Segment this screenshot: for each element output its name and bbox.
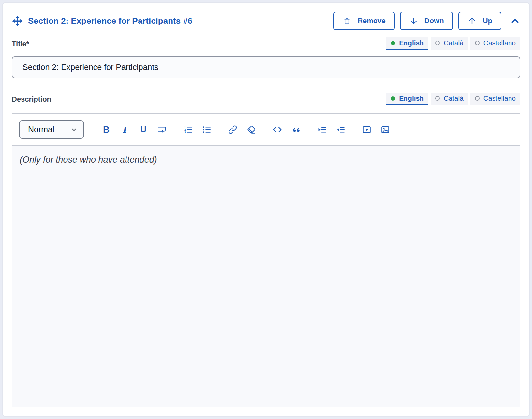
underline-glyph: U — [140, 125, 146, 134]
underline-icon[interactable]: U — [138, 124, 149, 135]
title-field-label: Title* — [12, 40, 29, 50]
title-lang-tab-castellano[interactable]: Castellano — [470, 37, 520, 50]
rich-text-editor: Normal B I U — [12, 113, 520, 407]
unselected-language-circle — [475, 96, 480, 101]
unselected-language-circle — [435, 96, 440, 101]
arrow-up-icon — [467, 16, 477, 25]
remove-button-label: Remove — [358, 17, 386, 25]
toolbar-group-text-format: B I U — [101, 124, 167, 135]
italic-icon[interactable]: I — [120, 124, 130, 135]
selected-language-dot — [391, 41, 395, 45]
arrow-down-icon — [409, 16, 418, 25]
link-icon[interactable] — [228, 124, 238, 135]
move-icon[interactable] — [12, 15, 23, 27]
toolbar-group-indent — [317, 124, 346, 135]
description-lang-tab-catala-label: Català — [444, 94, 464, 102]
toolbar-group-media — [362, 124, 391, 135]
section-header: Section 2: Experience for Participants #… — [12, 12, 520, 30]
remove-button[interactable]: Remove — [333, 12, 395, 30]
move-up-button-label: Up — [483, 17, 492, 25]
move-up-button[interactable]: Up — [458, 12, 501, 30]
title-lang-tab-castellano-label: Castellano — [483, 39, 516, 47]
ordered-list-icon[interactable]: 1 2 3 — [183, 124, 193, 135]
collapse-section-button[interactable] — [510, 16, 520, 26]
trash-icon — [343, 17, 351, 25]
section-editor-card: Section 2: Experience for Participants #… — [2, 2, 530, 417]
section-title-heading: Section 2: Experience for Participants #… — [28, 16, 192, 26]
description-field-label: Description — [12, 95, 51, 105]
code-view-icon[interactable] — [272, 124, 283, 135]
description-lang-tab-catala[interactable]: Català — [431, 93, 468, 105]
paragraph-style-dropdown[interactable]: Normal — [19, 120, 84, 139]
title-lang-tab-english[interactable]: English — [386, 37, 428, 50]
title-lang-tab-catala-label: Català — [444, 39, 464, 47]
toolbar-group-link — [228, 124, 257, 135]
chevron-up-icon — [510, 16, 520, 26]
description-language-selector: English Català Castellano — [386, 93, 520, 105]
toolbar-group-blocks — [272, 124, 301, 135]
move-down-button[interactable]: Down — [400, 12, 453, 30]
title-lang-tab-catala[interactable]: Català — [431, 37, 468, 50]
editor-paragraph: (Only for those who have attended) — [20, 155, 512, 165]
description-lang-tab-castellano[interactable]: Castellano — [470, 93, 520, 105]
clear-formatting-icon[interactable] — [246, 124, 257, 135]
title-field-row: Title* English Català Castellano — [12, 37, 520, 50]
toolbar-group-lists: 1 2 3 — [183, 124, 212, 135]
title-language-selector: English Català Castellano — [386, 37, 520, 50]
line-break-icon[interactable] — [157, 124, 167, 135]
move-down-button-label: Down — [424, 17, 444, 25]
bold-icon[interactable]: B — [101, 124, 111, 135]
description-lang-tab-english-label: English — [399, 94, 424, 102]
blockquote-icon[interactable] — [291, 124, 301, 135]
bold-glyph: B — [103, 125, 110, 134]
image-icon[interactable] — [380, 124, 391, 135]
paragraph-style-value: Normal — [28, 125, 54, 134]
editor-toolbar: Normal B I U — [12, 114, 520, 146]
title-lang-tab-english-label: English — [399, 39, 424, 47]
chevron-down-icon — [70, 126, 78, 133]
description-lang-tab-castellano-label: Castellano — [483, 94, 516, 102]
description-field-row: Description English Català Castellano — [12, 93, 520, 105]
video-icon[interactable] — [362, 124, 372, 135]
selected-language-dot — [391, 96, 395, 101]
svg-text:3: 3 — [184, 130, 186, 134]
indent-increase-icon[interactable] — [317, 124, 327, 135]
indent-decrease-icon[interactable] — [335, 124, 346, 135]
unselected-language-circle — [475, 41, 480, 45]
unselected-language-circle — [435, 41, 440, 45]
rich-text-editor-content[interactable]: (Only for those who have attended) — [12, 146, 520, 407]
title-input[interactable] — [12, 56, 520, 78]
section-header-left: Section 2: Experience for Participants #… — [12, 15, 328, 27]
description-lang-tab-english[interactable]: English — [386, 93, 428, 105]
italic-glyph: I — [123, 125, 127, 134]
bullet-list-icon[interactable] — [201, 124, 212, 135]
